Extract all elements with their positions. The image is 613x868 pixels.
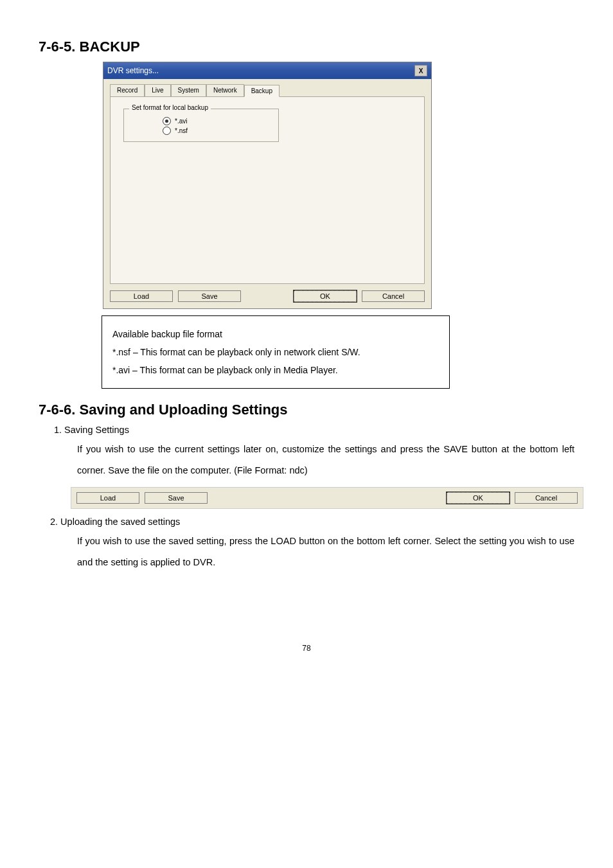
- section-heading-1: 7-6-5. BACKUP: [39, 39, 574, 55]
- info-line-1: Available backup file format: [112, 325, 439, 343]
- load-button[interactable]: Load: [110, 290, 173, 302]
- page-number: 78: [39, 644, 574, 653]
- tab-panel-backup: Set format for local backup *.avi *.nsf: [110, 96, 425, 284]
- strip-load-button[interactable]: Load: [76, 492, 139, 504]
- dvr-settings-dialog: DVR settings... X Record Live System Net…: [103, 62, 432, 309]
- tab-strip: Record Live System Network Backup: [110, 84, 425, 96]
- save-button[interactable]: Save: [178, 290, 241, 302]
- strip-ok-button[interactable]: OK: [447, 492, 510, 504]
- info-line-2: *.nsf – This format can be playback only…: [112, 343, 439, 361]
- tab-system[interactable]: System: [171, 84, 206, 96]
- dialog-buttons: Load Save OK Cancel: [103, 284, 431, 308]
- radio-row-avi[interactable]: *.avi: [163, 117, 253, 125]
- close-icon[interactable]: X: [414, 65, 427, 76]
- tab-record[interactable]: Record: [110, 84, 145, 96]
- sub1: 1. Saving Settings: [54, 425, 574, 435]
- radio-nsf[interactable]: [163, 127, 171, 135]
- backup-format-fieldset: Set format for local backup *.avi *.nsf: [123, 109, 279, 142]
- info-line-3: *.avi – This format can be playback only…: [112, 361, 439, 379]
- dialog-title: DVR settings...: [107, 66, 159, 75]
- section-heading-2: 7-6-6. Saving and Uploading Settings: [39, 402, 574, 418]
- tab-backup[interactable]: Backup: [244, 85, 280, 97]
- para2: If you wish to use the saved setting, pr…: [77, 531, 574, 574]
- radio-avi[interactable]: [163, 117, 171, 125]
- titlebar: DVR settings... X: [103, 62, 431, 79]
- button-strip: Load Save OK Cancel: [71, 487, 583, 509]
- para1: If you wish to use the current settings …: [77, 439, 574, 482]
- tab-live[interactable]: Live: [145, 84, 170, 96]
- info-box: Available backup file format *.nsf – Thi…: [102, 315, 450, 389]
- sub2: 2. Uploading the saved settings: [50, 517, 574, 527]
- cancel-button[interactable]: Cancel: [362, 290, 425, 302]
- radio-label-nsf: *.nsf: [175, 127, 188, 134]
- tab-network[interactable]: Network: [206, 84, 244, 96]
- radio-label-avi: *.avi: [175, 118, 187, 125]
- strip-save-button[interactable]: Save: [145, 492, 208, 504]
- fieldset-legend: Set format for local backup: [129, 104, 211, 111]
- radio-row-nsf[interactable]: *.nsf: [163, 127, 253, 135]
- ok-button[interactable]: OK: [294, 290, 357, 302]
- strip-cancel-button[interactable]: Cancel: [515, 492, 578, 504]
